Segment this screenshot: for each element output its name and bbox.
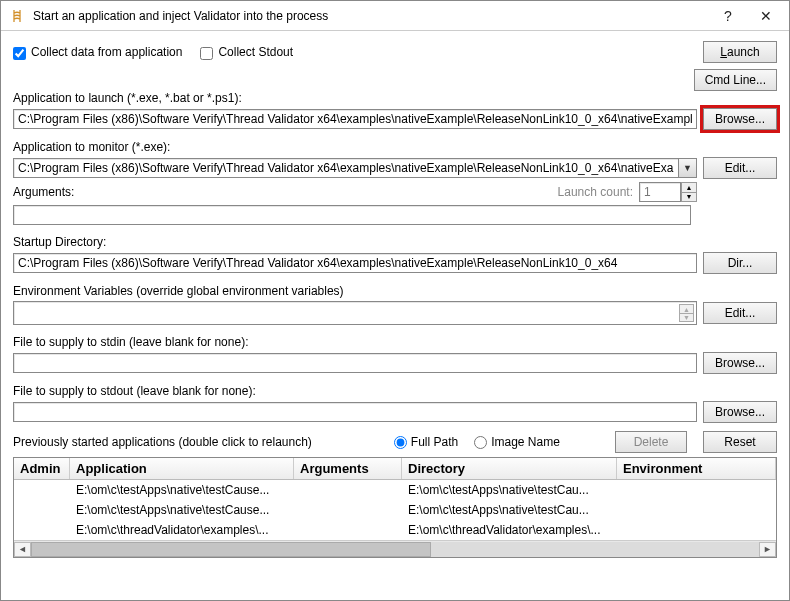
help-button[interactable]: ? [709, 2, 747, 30]
arguments-input[interactable] [13, 205, 691, 225]
startup-dir-label: Startup Directory: [13, 235, 777, 249]
collect-stdout-input[interactable] [200, 47, 213, 60]
cell-arguments [294, 509, 402, 511]
cell-environment [617, 489, 776, 491]
cell-environment [617, 529, 776, 531]
env-vars-spin[interactable]: ▲▼ [679, 304, 694, 322]
image-name-input[interactable] [474, 436, 487, 449]
cell-application: E:\om\c\threadValidator\examples\... [70, 522, 294, 538]
browse-stdout-button[interactable]: Browse... [703, 401, 777, 423]
app-to-launch-label: Application to launch (*.exe, *.bat or *… [13, 91, 777, 105]
app-to-monitor-combo[interactable]: ▼ [13, 158, 697, 178]
full-path-input[interactable] [394, 436, 407, 449]
edit-env-button[interactable]: Edit... [703, 302, 777, 324]
delete-button[interactable]: Delete [615, 431, 687, 453]
browse-launch-button[interactable]: Browse... [703, 108, 777, 130]
col-directory[interactable]: Directory [402, 458, 617, 479]
launch-label: aunch [727, 45, 760, 59]
scroll-left-icon[interactable]: ◄ [14, 542, 31, 557]
app-to-launch-input[interactable] [13, 109, 697, 129]
chevron-down-icon[interactable]: ▼ [679, 158, 697, 178]
collect-stdout-checkbox[interactable]: Collect Stdout [200, 45, 293, 59]
full-path-radio-label: Full Path [411, 435, 458, 449]
stdout-input[interactable] [13, 402, 697, 422]
cell-arguments [294, 529, 402, 531]
app-icon [9, 8, 25, 24]
image-name-radio-label: Image Name [491, 435, 560, 449]
table-body: E:\om\c\testApps\native\testCause...E:\o… [14, 480, 776, 540]
dir-button[interactable]: Dir... [703, 252, 777, 274]
cell-admin [14, 529, 70, 531]
col-admin[interactable]: Admin [14, 458, 70, 479]
collect-data-input[interactable] [13, 47, 26, 60]
cell-directory: E:\om\c\testApps\native\testCau... [402, 482, 617, 498]
spin-up-icon[interactable]: ▲ [679, 304, 694, 313]
close-button[interactable]: ✕ [747, 2, 785, 30]
cell-arguments [294, 489, 402, 491]
spin-down-icon[interactable]: ▼ [681, 192, 697, 203]
scroll-track[interactable] [31, 542, 759, 557]
col-environment[interactable]: Environment [617, 458, 776, 479]
titlebar: Start an application and inject Validato… [1, 1, 789, 31]
scroll-thumb[interactable] [31, 542, 431, 557]
collect-data-label: Collect data from application [31, 45, 182, 59]
table-header: Admin Application Arguments Directory En… [14, 458, 776, 480]
dialog-content: Collect data from application Collect St… [1, 31, 789, 566]
launch-count-stepper[interactable]: ▲▼ [639, 182, 697, 202]
startup-dir-input[interactable] [13, 253, 697, 273]
launch-button[interactable]: Launch [703, 41, 777, 63]
image-name-radio[interactable]: Image Name [474, 435, 560, 449]
full-path-radio[interactable]: Full Path [394, 435, 458, 449]
reset-button[interactable]: Reset [703, 431, 777, 453]
table-row[interactable]: E:\om\c\testApps\native\testCause...E:\o… [14, 500, 776, 520]
browse-stdin-button[interactable]: Browse... [703, 352, 777, 374]
launch-count-label: Launch count: [558, 185, 633, 199]
arguments-label: Arguments: [13, 185, 558, 199]
spin-down-icon[interactable]: ▼ [679, 313, 694, 322]
app-to-monitor-label: Application to monitor (*.exe): [13, 140, 777, 154]
cell-directory: E:\om\c\testApps\native\testCau... [402, 502, 617, 518]
horizontal-scrollbar[interactable]: ◄ ► [14, 540, 776, 557]
env-vars-input[interactable]: ▲▼ [13, 301, 697, 325]
table-row[interactable]: E:\om\c\threadValidator\examples\...E:\o… [14, 520, 776, 540]
table-row[interactable]: E:\om\c\testApps\native\testCause...E:\o… [14, 480, 776, 500]
cmdline-button[interactable]: Cmd Line... [694, 69, 777, 91]
collect-data-checkbox[interactable]: Collect data from application [13, 45, 182, 59]
launch-count-spin[interactable]: ▲▼ [681, 182, 697, 202]
cell-admin [14, 489, 70, 491]
cell-directory: E:\om\c\threadValidator\examples\... [402, 522, 617, 538]
scroll-right-icon[interactable]: ► [759, 542, 776, 557]
window-title: Start an application and inject Validato… [33, 9, 709, 23]
cell-application: E:\om\c\testApps\native\testCause... [70, 502, 294, 518]
cell-environment [617, 509, 776, 511]
stdin-label: File to supply to stdin (leave blank for… [13, 335, 777, 349]
cell-application: E:\om\c\testApps\native\testCause... [70, 482, 294, 498]
col-application[interactable]: Application [70, 458, 294, 479]
collect-stdout-label: Collect Stdout [218, 45, 293, 59]
col-arguments[interactable]: Arguments [294, 458, 402, 479]
prev-apps-table: Admin Application Arguments Directory En… [13, 457, 777, 558]
edit-monitor-button[interactable]: Edit... [703, 157, 777, 179]
spin-up-icon[interactable]: ▲ [681, 182, 697, 192]
stdout-label: File to supply to stdout (leave blank fo… [13, 384, 777, 398]
prev-apps-label: Previously started applications (double … [13, 435, 312, 449]
launch-count-input[interactable] [639, 182, 681, 202]
cell-admin [14, 509, 70, 511]
app-to-monitor-input[interactable] [13, 158, 679, 178]
env-vars-label: Environment Variables (override global e… [13, 284, 777, 298]
stdin-input[interactable] [13, 353, 697, 373]
